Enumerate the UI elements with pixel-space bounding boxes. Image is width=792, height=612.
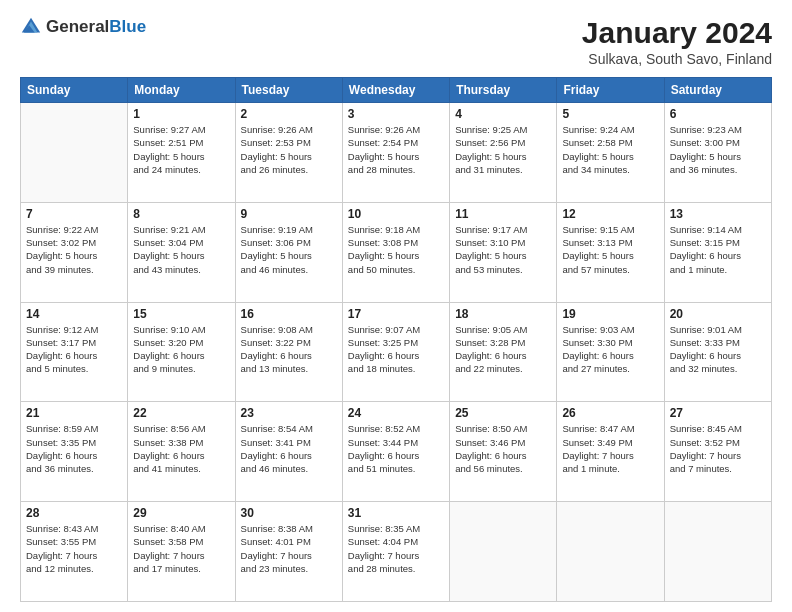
weekday-header-tuesday: Tuesday [235, 78, 342, 103]
day-info: Sunrise: 9:26 AM Sunset: 2:53 PM Dayligh… [241, 123, 337, 176]
day-number: 11 [455, 207, 551, 221]
calendar-cell: 10Sunrise: 9:18 AM Sunset: 3:08 PM Dayli… [342, 202, 449, 302]
logo-icon [20, 16, 42, 38]
weekday-header-monday: Monday [128, 78, 235, 103]
calendar-cell: 13Sunrise: 9:14 AM Sunset: 3:15 PM Dayli… [664, 202, 771, 302]
day-number: 19 [562, 307, 658, 321]
logo-general-text: General [46, 17, 109, 36]
weekday-header-sunday: Sunday [21, 78, 128, 103]
calendar-title: January 2024 [582, 16, 772, 49]
calendar-cell: 9Sunrise: 9:19 AM Sunset: 3:06 PM Daylig… [235, 202, 342, 302]
calendar-cell: 1Sunrise: 9:27 AM Sunset: 2:51 PM Daylig… [128, 103, 235, 203]
day-info: Sunrise: 9:26 AM Sunset: 2:54 PM Dayligh… [348, 123, 444, 176]
calendar-cell: 7Sunrise: 9:22 AM Sunset: 3:02 PM Daylig… [21, 202, 128, 302]
day-info: Sunrise: 8:50 AM Sunset: 3:46 PM Dayligh… [455, 422, 551, 475]
day-number: 9 [241, 207, 337, 221]
calendar-table: SundayMondayTuesdayWednesdayThursdayFrid… [20, 77, 772, 602]
calendar-cell: 2Sunrise: 9:26 AM Sunset: 2:53 PM Daylig… [235, 103, 342, 203]
calendar-cell: 26Sunrise: 8:47 AM Sunset: 3:49 PM Dayli… [557, 402, 664, 502]
day-number: 29 [133, 506, 229, 520]
day-info: Sunrise: 9:12 AM Sunset: 3:17 PM Dayligh… [26, 323, 122, 376]
calendar-cell [21, 103, 128, 203]
day-number: 30 [241, 506, 337, 520]
calendar-cell: 3Sunrise: 9:26 AM Sunset: 2:54 PM Daylig… [342, 103, 449, 203]
logo-blue-text: Blue [109, 17, 146, 36]
day-info: Sunrise: 8:59 AM Sunset: 3:35 PM Dayligh… [26, 422, 122, 475]
calendar-cell [557, 502, 664, 602]
day-info: Sunrise: 8:54 AM Sunset: 3:41 PM Dayligh… [241, 422, 337, 475]
day-number: 3 [348, 107, 444, 121]
day-number: 28 [26, 506, 122, 520]
day-number: 13 [670, 207, 766, 221]
calendar-cell: 28Sunrise: 8:43 AM Sunset: 3:55 PM Dayli… [21, 502, 128, 602]
day-info: Sunrise: 8:47 AM Sunset: 3:49 PM Dayligh… [562, 422, 658, 475]
day-info: Sunrise: 9:25 AM Sunset: 2:56 PM Dayligh… [455, 123, 551, 176]
calendar-subtitle: Sulkava, South Savo, Finland [582, 51, 772, 67]
day-number: 25 [455, 406, 551, 420]
calendar-cell: 21Sunrise: 8:59 AM Sunset: 3:35 PM Dayli… [21, 402, 128, 502]
day-info: Sunrise: 9:21 AM Sunset: 3:04 PM Dayligh… [133, 223, 229, 276]
weekday-header-wednesday: Wednesday [342, 78, 449, 103]
calendar-cell: 22Sunrise: 8:56 AM Sunset: 3:38 PM Dayli… [128, 402, 235, 502]
day-number: 6 [670, 107, 766, 121]
calendar-cell: 17Sunrise: 9:07 AM Sunset: 3:25 PM Dayli… [342, 302, 449, 402]
weekday-header-thursday: Thursday [450, 78, 557, 103]
calendar-cell: 16Sunrise: 9:08 AM Sunset: 3:22 PM Dayli… [235, 302, 342, 402]
day-info: Sunrise: 9:18 AM Sunset: 3:08 PM Dayligh… [348, 223, 444, 276]
day-info: Sunrise: 9:27 AM Sunset: 2:51 PM Dayligh… [133, 123, 229, 176]
calendar-cell: 15Sunrise: 9:10 AM Sunset: 3:20 PM Dayli… [128, 302, 235, 402]
day-info: Sunrise: 8:40 AM Sunset: 3:58 PM Dayligh… [133, 522, 229, 575]
day-info: Sunrise: 8:56 AM Sunset: 3:38 PM Dayligh… [133, 422, 229, 475]
day-number: 24 [348, 406, 444, 420]
calendar-cell: 18Sunrise: 9:05 AM Sunset: 3:28 PM Dayli… [450, 302, 557, 402]
day-info: Sunrise: 9:17 AM Sunset: 3:10 PM Dayligh… [455, 223, 551, 276]
day-number: 1 [133, 107, 229, 121]
day-number: 22 [133, 406, 229, 420]
day-number: 31 [348, 506, 444, 520]
weekday-header-friday: Friday [557, 78, 664, 103]
day-number: 16 [241, 307, 337, 321]
day-info: Sunrise: 8:45 AM Sunset: 3:52 PM Dayligh… [670, 422, 766, 475]
day-info: Sunrise: 9:23 AM Sunset: 3:00 PM Dayligh… [670, 123, 766, 176]
day-number: 27 [670, 406, 766, 420]
calendar-cell: 31Sunrise: 8:35 AM Sunset: 4:04 PM Dayli… [342, 502, 449, 602]
calendar-cell: 11Sunrise: 9:17 AM Sunset: 3:10 PM Dayli… [450, 202, 557, 302]
day-number: 8 [133, 207, 229, 221]
calendar-cell [664, 502, 771, 602]
logo: GeneralBlue [20, 16, 146, 38]
calendar-cell: 4Sunrise: 9:25 AM Sunset: 2:56 PM Daylig… [450, 103, 557, 203]
day-info: Sunrise: 9:08 AM Sunset: 3:22 PM Dayligh… [241, 323, 337, 376]
day-info: Sunrise: 8:52 AM Sunset: 3:44 PM Dayligh… [348, 422, 444, 475]
calendar-cell: 23Sunrise: 8:54 AM Sunset: 3:41 PM Dayli… [235, 402, 342, 502]
day-number: 18 [455, 307, 551, 321]
day-number: 14 [26, 307, 122, 321]
day-info: Sunrise: 9:01 AM Sunset: 3:33 PM Dayligh… [670, 323, 766, 376]
day-number: 2 [241, 107, 337, 121]
day-number: 26 [562, 406, 658, 420]
day-info: Sunrise: 9:15 AM Sunset: 3:13 PM Dayligh… [562, 223, 658, 276]
calendar-cell: 30Sunrise: 8:38 AM Sunset: 4:01 PM Dayli… [235, 502, 342, 602]
day-number: 4 [455, 107, 551, 121]
day-info: Sunrise: 9:19 AM Sunset: 3:06 PM Dayligh… [241, 223, 337, 276]
day-info: Sunrise: 9:05 AM Sunset: 3:28 PM Dayligh… [455, 323, 551, 376]
calendar-cell: 25Sunrise: 8:50 AM Sunset: 3:46 PM Dayli… [450, 402, 557, 502]
calendar-cell: 27Sunrise: 8:45 AM Sunset: 3:52 PM Dayli… [664, 402, 771, 502]
day-info: Sunrise: 9:03 AM Sunset: 3:30 PM Dayligh… [562, 323, 658, 376]
day-number: 21 [26, 406, 122, 420]
day-number: 20 [670, 307, 766, 321]
calendar-cell: 6Sunrise: 9:23 AM Sunset: 3:00 PM Daylig… [664, 103, 771, 203]
calendar-cell: 29Sunrise: 8:40 AM Sunset: 3:58 PM Dayli… [128, 502, 235, 602]
day-info: Sunrise: 9:24 AM Sunset: 2:58 PM Dayligh… [562, 123, 658, 176]
day-number: 10 [348, 207, 444, 221]
day-number: 23 [241, 406, 337, 420]
weekday-header-saturday: Saturday [664, 78, 771, 103]
calendar-cell: 20Sunrise: 9:01 AM Sunset: 3:33 PM Dayli… [664, 302, 771, 402]
day-info: Sunrise: 8:35 AM Sunset: 4:04 PM Dayligh… [348, 522, 444, 575]
day-info: Sunrise: 8:38 AM Sunset: 4:01 PM Dayligh… [241, 522, 337, 575]
day-info: Sunrise: 9:14 AM Sunset: 3:15 PM Dayligh… [670, 223, 766, 276]
calendar-cell: 14Sunrise: 9:12 AM Sunset: 3:17 PM Dayli… [21, 302, 128, 402]
calendar-cell: 12Sunrise: 9:15 AM Sunset: 3:13 PM Dayli… [557, 202, 664, 302]
day-number: 7 [26, 207, 122, 221]
day-info: Sunrise: 9:10 AM Sunset: 3:20 PM Dayligh… [133, 323, 229, 376]
day-number: 17 [348, 307, 444, 321]
